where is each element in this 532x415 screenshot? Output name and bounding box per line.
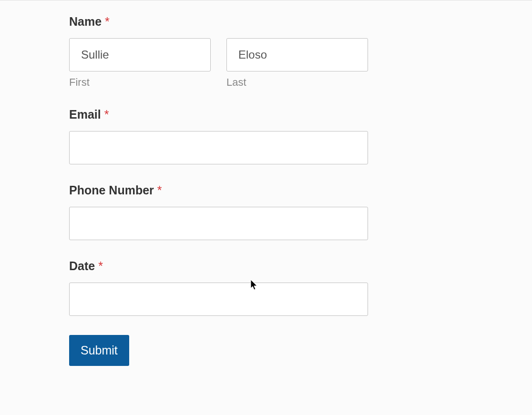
phone-input[interactable] — [69, 207, 368, 240]
required-marker: * — [98, 259, 103, 273]
name-label: Name * — [69, 15, 463, 29]
contact-form: Name * First Last Email * Phone Number * — [0, 0, 532, 375]
date-field-group: Date * — [69, 259, 463, 316]
date-label-text: Date — [69, 259, 95, 273]
required-marker: * — [157, 183, 162, 197]
phone-label: Phone Number * — [69, 183, 463, 197]
last-name-column: Last — [226, 38, 368, 89]
first-name-sublabel: First — [69, 76, 211, 89]
name-row: First Last — [69, 38, 463, 89]
phone-label-text: Phone Number — [69, 183, 154, 197]
email-label-text: Email — [69, 108, 101, 121]
name-label-text: Name — [69, 15, 102, 28]
email-field-group: Email * — [69, 108, 463, 164]
email-input[interactable] — [69, 131, 368, 164]
submit-button[interactable]: Submit — [69, 335, 129, 366]
phone-field-group: Phone Number * — [69, 183, 463, 240]
required-marker: * — [104, 108, 109, 121]
last-name-sublabel: Last — [226, 76, 368, 89]
first-name-column: First — [69, 38, 211, 89]
required-marker: * — [105, 15, 110, 28]
date-input[interactable] — [69, 283, 368, 316]
date-label: Date * — [69, 259, 463, 273]
first-name-input[interactable] — [69, 38, 211, 71]
last-name-input[interactable] — [226, 38, 368, 71]
name-field-group: Name * First Last — [69, 15, 463, 89]
email-label: Email * — [69, 108, 463, 121]
